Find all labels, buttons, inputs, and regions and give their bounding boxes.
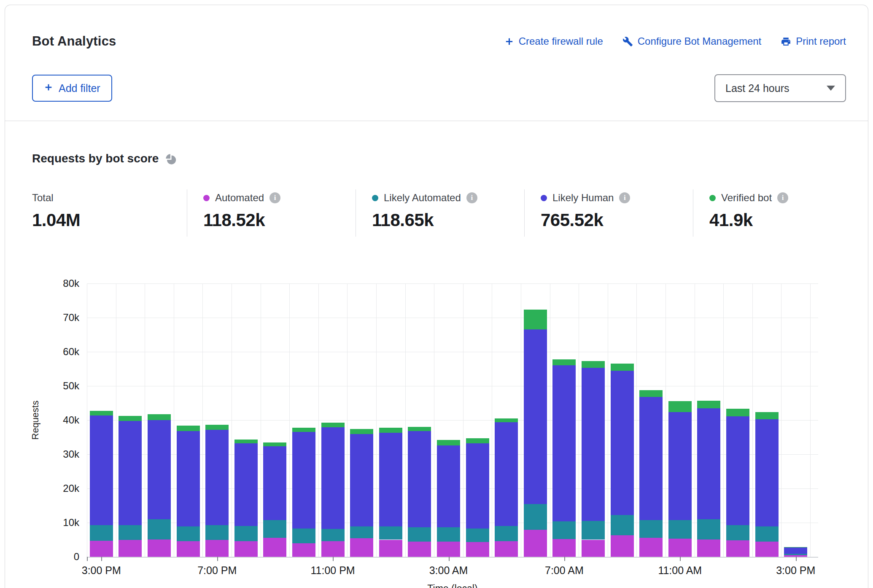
bar-15-likely-automated[interactable] (524, 504, 547, 530)
bar-7-likely-automated[interactable] (292, 529, 315, 544)
bar-23-verified-bot[interactable] (755, 412, 779, 419)
bar-0-likely-automated[interactable] (90, 525, 113, 540)
bar-14-likely-automated[interactable] (495, 526, 518, 541)
print-report-link[interactable]: Print report (781, 35, 846, 47)
bar-6-likely-human[interactable] (263, 446, 286, 521)
bar-6-automated[interactable] (263, 538, 286, 557)
bar-23-likely-automated[interactable] (755, 526, 779, 542)
bar-7-automated[interactable] (292, 543, 315, 557)
bar-11-likely-human[interactable] (408, 431, 431, 527)
bar-21-likely-human[interactable] (697, 408, 720, 519)
bar-1-verified-bot[interactable] (119, 416, 142, 421)
bar-5-verified-bot[interactable] (234, 440, 258, 443)
bar-22-automated[interactable] (726, 540, 749, 557)
info-icon[interactable]: i (269, 192, 280, 203)
info-icon[interactable]: i (619, 192, 630, 203)
bar-4-likely-automated[interactable] (205, 525, 229, 540)
bar-13-verified-bot[interactable] (466, 438, 489, 443)
bar-19-likely-human[interactable] (639, 397, 663, 520)
bar-10-likely-automated[interactable] (379, 526, 402, 540)
bar-17-likely-automated[interactable] (582, 521, 605, 540)
bar-23-automated[interactable] (755, 542, 779, 557)
create-firewall-rule-link[interactable]: Create firewall rule (504, 35, 603, 47)
bar-4-automated[interactable] (205, 540, 229, 557)
bar-9-likely-human[interactable] (350, 434, 373, 526)
bar-16-automated[interactable] (552, 539, 576, 557)
bar-2-likely-automated[interactable] (148, 519, 171, 539)
bar-5-likely-human[interactable] (234, 443, 258, 526)
bar-18-likely-human[interactable] (611, 371, 634, 515)
bar-0-likely-human[interactable] (90, 415, 113, 525)
bar-0-verified-bot[interactable] (90, 411, 113, 415)
bar-18-automated[interactable] (611, 535, 634, 557)
bar-19-automated[interactable] (639, 538, 663, 557)
bar-17-automated[interactable] (582, 540, 605, 557)
bar-0-automated[interactable] (90, 541, 113, 557)
bar-6-verified-bot[interactable] (263, 442, 286, 446)
bar-12-likely-human[interactable] (437, 445, 460, 527)
bar-22-likely-automated[interactable] (726, 525, 749, 540)
bar-19-likely-automated[interactable] (639, 520, 663, 537)
bar-15-automated[interactable] (524, 530, 547, 557)
bar-21-likely-automated[interactable] (697, 519, 720, 539)
bar-8-verified-bot[interactable] (321, 423, 345, 427)
bar-12-likely-automated[interactable] (437, 527, 460, 542)
bar-11-automated[interactable] (408, 542, 431, 557)
bar-3-automated[interactable] (177, 541, 200, 557)
configure-bot-management-link[interactable]: Configure Bot Management (622, 35, 762, 47)
bar-16-likely-automated[interactable] (552, 521, 576, 539)
bar-13-likely-human[interactable] (466, 443, 489, 529)
bar-11-verified-bot[interactable] (408, 427, 431, 431)
bar-13-likely-automated[interactable] (466, 529, 489, 542)
bar-16-likely-human[interactable] (552, 365, 576, 521)
bar-3-verified-bot[interactable] (177, 426, 200, 431)
bar-5-automated[interactable] (234, 541, 258, 557)
bar-1-likely-human[interactable] (119, 421, 142, 525)
bar-22-verified-bot[interactable] (726, 409, 749, 416)
bar-22-likely-human[interactable] (726, 416, 749, 525)
bar-14-verified-bot[interactable] (495, 418, 518, 422)
bar-9-likely-automated[interactable] (350, 526, 373, 538)
info-icon[interactable]: i (466, 192, 477, 203)
bar-24-likely-automated[interactable] (784, 554, 807, 555)
time-range-dropdown[interactable]: Last 24 hours (714, 74, 846, 102)
bar-5-likely-automated[interactable] (234, 526, 258, 541)
bar-2-likely-human[interactable] (148, 420, 171, 519)
info-icon[interactable]: i (777, 192, 788, 203)
bar-3-likely-human[interactable] (177, 431, 200, 526)
bar-2-verified-bot[interactable] (148, 414, 171, 420)
bar-20-verified-bot[interactable] (668, 401, 692, 412)
bar-17-likely-human[interactable] (582, 368, 605, 521)
bar-4-verified-bot[interactable] (205, 425, 229, 430)
bar-24-likely-human[interactable] (784, 548, 807, 554)
bar-11-likely-automated[interactable] (408, 527, 431, 541)
bar-10-likely-human[interactable] (379, 433, 402, 526)
bar-23-likely-human[interactable] (755, 419, 779, 526)
bar-21-automated[interactable] (697, 539, 720, 557)
bar-9-automated[interactable] (350, 538, 373, 557)
bar-7-verified-bot[interactable] (292, 428, 315, 432)
bar-1-likely-automated[interactable] (119, 525, 142, 540)
add-filter-button[interactable]: Add filter (32, 75, 112, 102)
bar-4-likely-human[interactable] (205, 430, 229, 525)
bar-8-likely-automated[interactable] (321, 529, 345, 541)
bar-21-verified-bot[interactable] (697, 401, 720, 409)
bar-19-verified-bot[interactable] (639, 390, 663, 397)
bar-18-likely-automated[interactable] (611, 515, 634, 535)
bar-7-likely-human[interactable] (292, 432, 315, 529)
bar-20-likely-human[interactable] (668, 412, 692, 520)
bar-8-likely-human[interactable] (321, 427, 345, 529)
bar-16-verified-bot[interactable] (552, 359, 576, 366)
bar-6-likely-automated[interactable] (263, 520, 286, 538)
bar-13-automated[interactable] (466, 542, 489, 557)
bar-10-verified-bot[interactable] (379, 428, 402, 433)
bar-15-likely-human[interactable] (524, 329, 547, 504)
bar-20-likely-automated[interactable] (668, 520, 692, 539)
bar-8-automated[interactable] (321, 541, 345, 557)
bar-12-automated[interactable] (437, 542, 460, 557)
bar-24-verified-bot[interactable] (784, 547, 807, 548)
bar-3-likely-automated[interactable] (177, 526, 200, 541)
bar-1-automated[interactable] (119, 540, 142, 557)
bar-2-automated[interactable] (148, 539, 171, 557)
bar-12-verified-bot[interactable] (437, 440, 460, 445)
